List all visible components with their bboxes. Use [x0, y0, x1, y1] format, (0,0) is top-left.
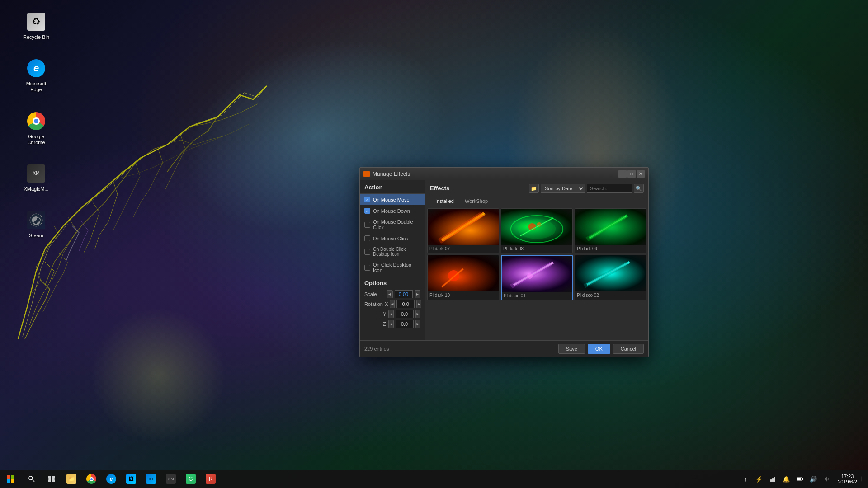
desktop-icon-google-chrome[interactable]: Google Chrome: [18, 108, 54, 147]
clock-time: 17:23: [841, 474, 854, 479]
effect-label-pl-dark-07: Pl dark 07: [428, 245, 499, 253]
action-item-on-mouse-double-click[interactable]: On Mouse Double Click: [360, 216, 425, 233]
effect-item-pl-disco-01[interactable]: Pl disco 01: [501, 255, 573, 300]
search-button[interactable]: 🔍: [634, 184, 644, 193]
effect-item-pl-dark-07[interactable]: Pl dark 07: [427, 208, 499, 253]
ok-button[interactable]: OK: [588, 344, 610, 354]
effect-thumb-pl-disco-01: [502, 256, 572, 292]
volume-icon[interactable]: 🔊: [807, 470, 820, 488]
start-button[interactable]: [0, 470, 22, 488]
taskbar-redapp[interactable]: R: [201, 470, 221, 488]
rotation-y-axis-label: Y: [383, 311, 387, 317]
svg-rect-37: [802, 478, 803, 480]
taskbar-task-view-button[interactable]: [42, 470, 61, 488]
rotation-x-decrease-button[interactable]: ◄: [390, 300, 395, 308]
cancel-button[interactable]: Cancel: [613, 344, 644, 354]
notification-icon[interactable]: 🔔: [780, 470, 793, 488]
desktop-icon-microsoft-edge[interactable]: e Microsoft Edge: [18, 56, 54, 94]
action-item-on-mouse-click[interactable]: On Mouse Click: [360, 233, 425, 244]
svg-rect-31: [48, 479, 51, 482]
action-item-on-mouse-down[interactable]: ✓ On Mouse Down: [360, 205, 425, 216]
svg-rect-33: [770, 479, 772, 482]
rotation-x-value-input[interactable]: [396, 300, 415, 308]
action-item-on-mouse-move[interactable]: ✓ On Mouse Move: [360, 194, 425, 205]
taskbar-mail-app[interactable]: ✉: [141, 470, 161, 488]
network-arrow-icon[interactable]: ↑: [739, 470, 752, 488]
effect-item-pl-dark-10[interactable]: Pl dark 10: [427, 255, 499, 300]
dialog-titlebar[interactable]: Manage Effects ─ □ ✕: [360, 168, 648, 180]
recycle-bin-label: Recycle Bin: [23, 34, 49, 40]
action-panel: Action ✓ On Mouse Move ✓ On Mouse Down O…: [360, 180, 425, 340]
dialog-title-text: Manage Effects: [373, 171, 618, 177]
entry-count: 229 entries: [364, 346, 558, 352]
show-desktop-button[interactable]: ▏: [862, 470, 864, 488]
effects-header: Effects 📁 Sort by Date Sort by Name 🔍 In…: [425, 180, 648, 206]
action-item-on-double-click-desktop-icon[interactable]: On Double Click Desktop Icon: [360, 244, 425, 259]
effect-item-pl-dark-09[interactable]: Pl dark 09: [575, 208, 646, 253]
tab-workshop[interactable]: WorkShop: [459, 197, 493, 206]
effect-item-pl-disco-02[interactable]: Pl disco 02: [575, 255, 646, 300]
nebula-decoration-3: [90, 307, 226, 443]
checkbox-on-double-click-desktop-icon[interactable]: [364, 249, 370, 255]
rotation-z-increase-button[interactable]: ►: [415, 320, 420, 328]
chrome-icon: [27, 112, 45, 130]
action-label-on-mouse-double-click: On Mouse Double Click: [373, 219, 420, 230]
taskbar-chrome-app[interactable]: [81, 470, 101, 488]
rotation-z-value-input[interactable]: [396, 320, 414, 328]
effect-item-pl-dark-08[interactable]: Pl dark 08: [501, 208, 573, 253]
desktop-icon-xmagicm[interactable]: XM XMagicM...: [18, 161, 54, 194]
dialog-controls: ─ □ ✕: [618, 170, 645, 178]
taskbar-photos-app[interactable]: 🖼: [121, 470, 141, 488]
dialog-minimize-button[interactable]: ─: [618, 170, 627, 178]
rotation-y-row: Y ◄ ►: [364, 310, 420, 318]
svg-rect-23: [7, 475, 10, 479]
bluetooth-icon[interactable]: ⚡: [753, 470, 765, 488]
rotation-z-decrease-button[interactable]: ◄: [388, 320, 393, 328]
svg-rect-35: [774, 477, 775, 482]
effect-label-pl-dark-10: Pl dark 10: [428, 291, 499, 299]
svg-rect-32: [52, 479, 55, 482]
checkbox-on-mouse-down[interactable]: ✓: [364, 208, 370, 214]
taskbar-search-button[interactable]: [22, 470, 42, 488]
system-tray: ↑ ⚡ 🔔 🔊 中 17:23 2019/6/2 ▏: [739, 470, 868, 488]
recycle-bin-icon: ♻: [27, 13, 45, 31]
network-icon[interactable]: [766, 470, 779, 488]
rotation-y-decrease-button[interactable]: ◄: [388, 310, 393, 318]
effects-folder-button[interactable]: 📁: [529, 184, 539, 193]
taskbar-file-explorer[interactable]: 📁: [61, 470, 81, 488]
sort-select[interactable]: Sort by Date Sort by Name: [541, 184, 585, 193]
scale-value-input[interactable]: [395, 290, 413, 298]
taskbar-clock[interactable]: 17:23 2019/6/2: [834, 470, 861, 488]
svg-rect-25: [7, 479, 10, 483]
search-input[interactable]: [587, 184, 632, 193]
checkbox-on-mouse-double-click[interactable]: [364, 222, 370, 228]
save-button[interactable]: Save: [558, 344, 585, 354]
dialog-close-button[interactable]: ✕: [637, 170, 645, 178]
chrome-icon-img: [25, 110, 47, 132]
svg-rect-29: [48, 476, 51, 479]
rotation-y-increase-button[interactable]: ►: [415, 310, 420, 318]
dialog-maximize-button[interactable]: □: [627, 170, 636, 178]
desktop-icon-steam[interactable]: Steam: [18, 207, 54, 240]
effects-grid-wrapper[interactable]: Pl dark 07: [425, 206, 648, 340]
checkbox-on-mouse-click[interactable]: [364, 235, 370, 241]
rotation-x-increase-button[interactable]: ►: [416, 300, 421, 308]
rotation-y-value-input[interactable]: [396, 310, 414, 318]
rotation-x-axis-label: X: [385, 301, 388, 307]
taskbar-xmagic-app[interactable]: XM: [161, 470, 181, 488]
taskbar-greenapp[interactable]: G: [181, 470, 201, 488]
action-label-on-click-desktop-icon: On Click Desktop Icon: [373, 262, 420, 273]
action-item-on-click-desktop-icon[interactable]: On Click Desktop Icon: [360, 259, 425, 276]
battery-icon[interactable]: [793, 470, 806, 488]
checkbox-on-click-desktop-icon[interactable]: [364, 265, 370, 271]
scale-increase-button[interactable]: ►: [415, 290, 420, 298]
tab-installed[interactable]: Installed: [430, 197, 459, 206]
taskbar-pinned-apps: 📁 e 🖼 ✉ XM G R: [61, 470, 221, 488]
scale-decrease-button[interactable]: ◄: [387, 290, 392, 298]
taskbar-edge-app[interactable]: e: [101, 470, 121, 488]
dialog-footer: 229 entries Save OK Cancel: [360, 340, 648, 357]
effect-label-pl-disco-01: Pl disco 01: [502, 292, 572, 300]
language-icon[interactable]: 中: [821, 470, 833, 488]
checkbox-on-mouse-move[interactable]: ✓: [364, 197, 370, 202]
desktop-icon-recycle-bin[interactable]: ♻ Recycle Bin: [18, 9, 54, 42]
